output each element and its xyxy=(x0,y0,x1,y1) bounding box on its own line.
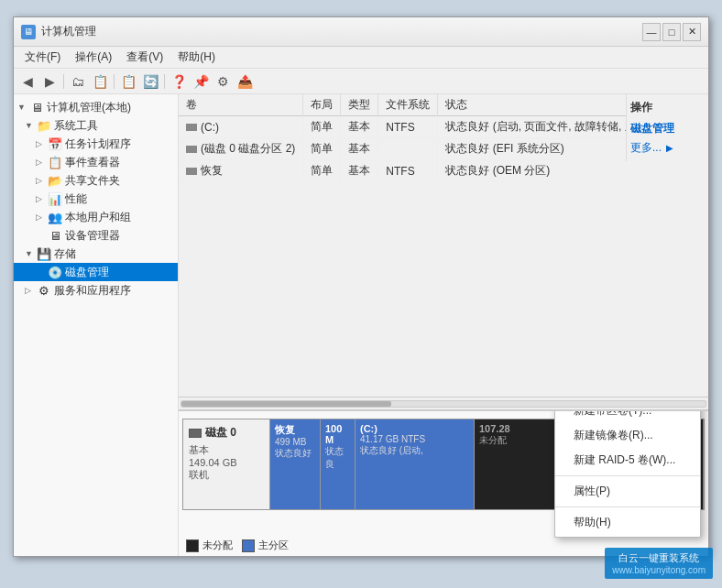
toolbar: ◀ ▶ 🗂 📋 📋 🔄 ❓ 📌 ⚙ 📤 xyxy=(14,69,708,94)
partition-c[interactable]: (C:) 41.17 GB NTFS 状态良好 (启动, xyxy=(356,419,475,509)
cell-volume-2: (磁盘 0 磁盘分区 2) xyxy=(179,138,303,160)
sidebar-task-label: 任务计划程序 xyxy=(65,136,131,152)
menu-bar: 文件(F) 操作(A) 查看(V) 帮助(H) xyxy=(14,47,708,69)
ctx-item-new-raid5[interactable]: 新建 RAID-5 卷(W)... xyxy=(555,448,700,473)
sidebar-item-storage[interactable]: ▼ 💾 存储 xyxy=(14,245,178,263)
partition-recovery-status: 状态良好 xyxy=(275,447,315,460)
cell-type-2: 基本 xyxy=(341,138,378,160)
menu-help[interactable]: 帮助(H) xyxy=(170,47,223,68)
sidebar-item-services[interactable]: ▷ ⚙ 服务和应用程序 xyxy=(14,281,178,299)
right-panel: 卷 布局 类型 文件系统 状态 (C:) 简单 基本 NTFS xyxy=(179,94,708,556)
main-content: ▼ 🖥 计算机管理(本地) ▼ 📁 系统工具 ▷ 📅 任务计划程序 ▷ 📋 事件… xyxy=(14,94,708,556)
sidebar-root[interactable]: ▼ 🖥 计算机管理(本地) xyxy=(14,98,178,116)
ops-disk-management[interactable]: 磁盘管理 xyxy=(630,119,705,138)
col-header-layout: 布局 xyxy=(303,94,341,116)
sidebar: ▼ 🖥 计算机管理(本地) ▼ 📁 系统工具 ▷ 📅 任务计划程序 ▷ 📋 事件… xyxy=(14,94,179,556)
ops-title: 操作 xyxy=(630,98,705,119)
ctx-item-new-mirrored[interactable]: 新建镜像卷(R)... xyxy=(555,423,700,448)
up-button[interactable]: 🗂 xyxy=(68,71,88,92)
sidebar-disk-label: 磁盘管理 xyxy=(65,265,109,280)
computer-icon: 🖥 xyxy=(29,100,44,114)
disk-status-label: 联机 xyxy=(189,468,264,482)
disk-label-col: 磁盘 0 基本 149.04 GB 联机 xyxy=(183,419,270,509)
horizontal-scrollbar[interactable] xyxy=(179,397,708,409)
maximize-button[interactable]: □ xyxy=(662,23,681,41)
ops-arrow-icon: ▶ xyxy=(666,143,673,153)
settings-button[interactable]: ⚙ xyxy=(213,71,233,92)
volumes-table: 卷 布局 类型 文件系统 状态 (C:) 简单 基本 NTFS xyxy=(179,94,626,182)
cell-layout-1: 简单 xyxy=(303,116,341,138)
cell-type-1: 基本 xyxy=(341,116,378,138)
cell-volume-3: 恢复 xyxy=(179,160,303,182)
disk-mgmt-icon: 💿 xyxy=(48,265,62,279)
window-controls: — □ ✕ xyxy=(642,23,701,41)
menu-file[interactable]: 文件(F) xyxy=(17,47,68,68)
partition-recovery-label: 恢复 xyxy=(275,423,315,437)
task-expand-icon: ▷ xyxy=(36,139,47,148)
shared-icon: 📂 xyxy=(48,173,62,188)
svc-expand-icon: ▷ xyxy=(25,286,36,295)
cell-status-3: 状态良好 (OEM 分区) xyxy=(438,160,626,182)
sidebar-item-task-scheduler[interactable]: ▷ 📅 任务计划程序 xyxy=(14,135,178,153)
cell-type-3: 基本 xyxy=(341,160,378,182)
cell-status-1: 状态良好 (启动, 页面文件, 故障转储, 主分区) xyxy=(438,116,626,138)
minimize-button[interactable]: — xyxy=(642,23,661,41)
ctx-item-help[interactable]: 帮助(H) xyxy=(555,510,700,535)
table-row[interactable]: 恢复 简单 基本 NTFS 状态良好 (OEM 分区) xyxy=(179,160,626,182)
sidebar-item-users[interactable]: ▷ 👥 本地用户和组 xyxy=(14,208,178,226)
pin-button[interactable]: 📌 xyxy=(191,71,211,92)
disk-number-label: 磁盘 0 xyxy=(205,425,236,441)
sidebar-perf-label: 性能 xyxy=(65,191,87,207)
sidebar-item-shared-folders[interactable]: ▷ 📂 共享文件夹 xyxy=(14,171,178,190)
ctx-item-new-striped[interactable]: 新建带区卷(T)... xyxy=(555,409,700,423)
table-row[interactable]: (C:) 简单 基本 NTFS 状态良好 (启动, 页面文件, 故障转储, 主分… xyxy=(179,116,626,138)
back-button[interactable]: ◀ xyxy=(17,71,38,92)
legend-unallocated-label: 未分配 xyxy=(202,539,233,552)
scroll-thumb[interactable] xyxy=(181,401,391,407)
operations-panel: 操作 磁盘管理 更多... ▶ xyxy=(626,94,708,161)
ops-more-label: 更多... xyxy=(630,141,662,154)
close-button[interactable]: ✕ xyxy=(683,23,701,41)
menu-action[interactable]: 操作(A) xyxy=(68,47,119,68)
sidebar-item-disk-management[interactable]: 💿 磁盘管理 xyxy=(14,263,178,281)
partition-c-label: (C:) xyxy=(360,423,469,434)
toolbar-separator-2 xyxy=(114,74,115,89)
partition-recovery[interactable]: 恢复 499 MB 状态良好 xyxy=(270,419,321,509)
col-header-type: 类型 xyxy=(341,94,378,116)
ctx-separator-2 xyxy=(555,506,700,507)
sidebar-dev-label: 设备管理器 xyxy=(65,228,120,244)
forward-button[interactable]: ▶ xyxy=(39,71,60,92)
legend-unallocated: 未分配 xyxy=(186,539,233,552)
disk-visual-section: 磁盘 0 基本 149.04 GB 联机 恢复 499 MB 状态良好 xyxy=(179,409,708,556)
table-section: 卷 布局 类型 文件系统 状态 (C:) 简单 基本 NTFS xyxy=(179,94,626,397)
sidebar-item-system-tools[interactable]: ▼ 📁 系统工具 xyxy=(14,116,178,135)
table-row[interactable]: (磁盘 0 磁盘分区 2) 简单 基本 状态良好 (EFI 系统分区) xyxy=(179,138,626,160)
storage-expand-icon: ▼ xyxy=(25,249,36,258)
refresh-button[interactable]: 🔄 xyxy=(140,71,160,92)
cell-status-2: 状态良好 (EFI 系统分区) xyxy=(438,138,626,160)
help-button[interactable]: ❓ xyxy=(169,71,189,92)
dev-icon: 🖥 xyxy=(48,228,62,243)
ops-more[interactable]: 更多... ▶ xyxy=(630,138,705,158)
sidebar-item-performance[interactable]: ▷ 📊 性能 xyxy=(14,190,178,208)
perf-expand-icon: ▷ xyxy=(36,194,47,203)
show-hide-button[interactable]: 📋 xyxy=(90,71,110,92)
cell-fs-2 xyxy=(378,138,438,160)
export-button[interactable]: 📤 xyxy=(235,71,255,92)
storage-icon: 💾 xyxy=(37,246,51,261)
event-icon: 📋 xyxy=(48,155,62,169)
sidebar-item-event-viewer[interactable]: ▷ 📋 事件查看器 xyxy=(14,153,178,171)
menu-view[interactable]: 查看(V) xyxy=(119,47,170,68)
folder-icon-1: 📁 xyxy=(37,118,51,133)
view-button[interactable]: 📋 xyxy=(118,71,138,92)
legend-unallocated-box xyxy=(186,539,199,552)
ctx-item-properties[interactable]: 属性(P) xyxy=(555,479,700,504)
partition-c-status: 状态良好 (启动, xyxy=(360,444,469,457)
title-bar: 🖥 计算机管理 — □ ✕ xyxy=(14,17,708,47)
sidebar-users-label: 本地用户和组 xyxy=(65,210,131,225)
col-header-fs: 文件系统 xyxy=(378,94,438,116)
sidebar-item-device-manager[interactable]: 🖥 设备管理器 xyxy=(14,226,178,245)
window-icon: 🖥 xyxy=(21,25,36,39)
partition-efi[interactable]: 100 M 状态良 xyxy=(321,419,356,509)
partition-efi-status: 状态良 xyxy=(325,445,350,471)
